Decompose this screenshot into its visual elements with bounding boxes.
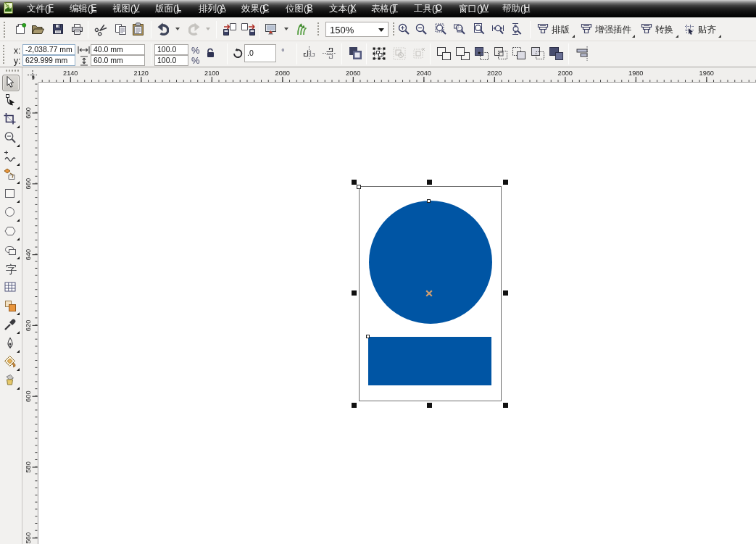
svg-text:680: 680 (24, 107, 32, 119)
svg-text:1980: 1980 (628, 70, 643, 77)
svg-text:660: 660 (24, 178, 32, 190)
svg-text:2120: 2120 (134, 70, 149, 77)
svg-text:2040: 2040 (417, 70, 431, 77)
svg-text:580: 580 (24, 461, 32, 473)
svg-text:1960: 1960 (699, 70, 714, 77)
svg-text:640: 640 (24, 249, 32, 261)
svg-text:600: 600 (24, 390, 32, 402)
svg-text:2140: 2140 (63, 70, 78, 77)
svg-text:2100: 2100 (204, 70, 219, 77)
svg-text:2080: 2080 (275, 70, 290, 77)
svg-text:2020: 2020 (487, 70, 502, 77)
svg-text:2000: 2000 (558, 70, 573, 77)
svg-text:620: 620 (24, 319, 32, 331)
svg-text:2060: 2060 (346, 70, 360, 77)
svg-text:560: 560 (24, 532, 32, 544)
